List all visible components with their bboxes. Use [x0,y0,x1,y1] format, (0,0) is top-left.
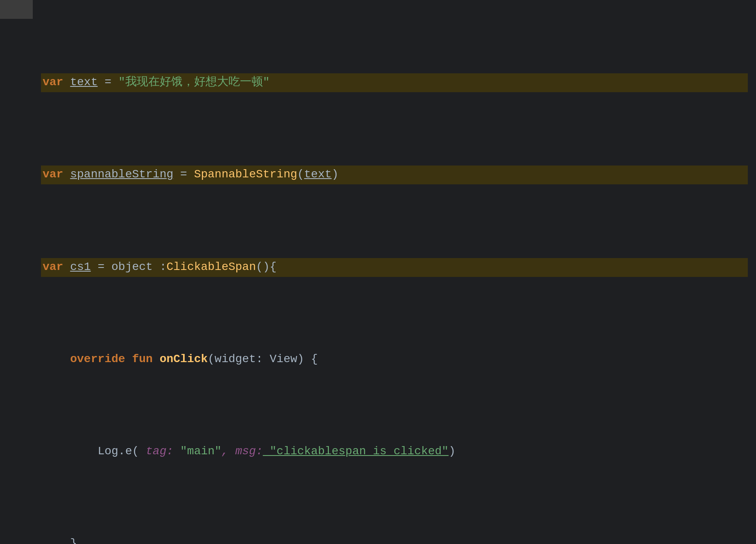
code-area[interactable]: var text = "我现在好饿，好想大吃一顿" var spannableS… [33,0,756,544]
code-editor: var text = "我现在好饿，好想大吃一顿" var spannableS… [0,0,756,544]
var-spannablestring: spannableString [70,165,173,184]
code-line-1: var text = "我现在好饿，好想大吃一顿" [41,73,748,92]
keyword-var: var [43,73,63,92]
code-line-6: } [41,535,748,544]
code-line-2: var spannableString = SpannableString ( … [41,165,748,184]
var-cs1: cs1 [70,258,91,277]
code-line-4: override fun onClick (widget: View) { [41,350,748,369]
code-line-3: var cs1 = object : ClickableSpan (){ [41,258,748,277]
log-call: Log.e( [97,442,139,461]
var-text: text [70,73,97,92]
code-line-5: Log.e( tag: "main" , msg: "clickablespan… [41,442,748,461]
string-literal: "我现在好饿，好想大吃一顿" [118,73,270,92]
line-gutter [0,0,33,544]
